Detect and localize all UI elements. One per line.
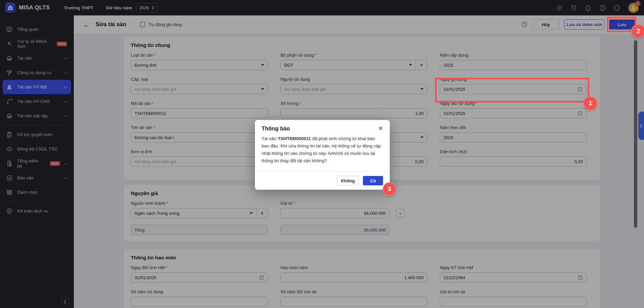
dialog-title: Thông báo: [262, 125, 290, 132]
dialog-yes-button[interactable]: Có: [363, 176, 383, 185]
confirm-dialog: Thông báo ✕ Tài sản TSHTĐB000011 đã phát…: [255, 120, 390, 190]
dialog-no-button[interactable]: Không: [337, 176, 359, 185]
asset-code: TSHTĐB000011: [278, 136, 311, 141]
close-icon[interactable]: ✕: [378, 126, 383, 131]
app-root: MISA QLTS Trường THPT Dữ liệu năm 2025 1…: [0, 0, 644, 308]
annotation-step-1: 1: [583, 96, 597, 110]
annotation-step-2: 2: [631, 24, 644, 38]
annotation-step-3: 3: [383, 182, 396, 196]
annotation-rect-step1: [435, 78, 589, 103]
dialog-message: Tài sản TSHTĐB000011 đã phát sinh chứng …: [255, 132, 390, 171]
